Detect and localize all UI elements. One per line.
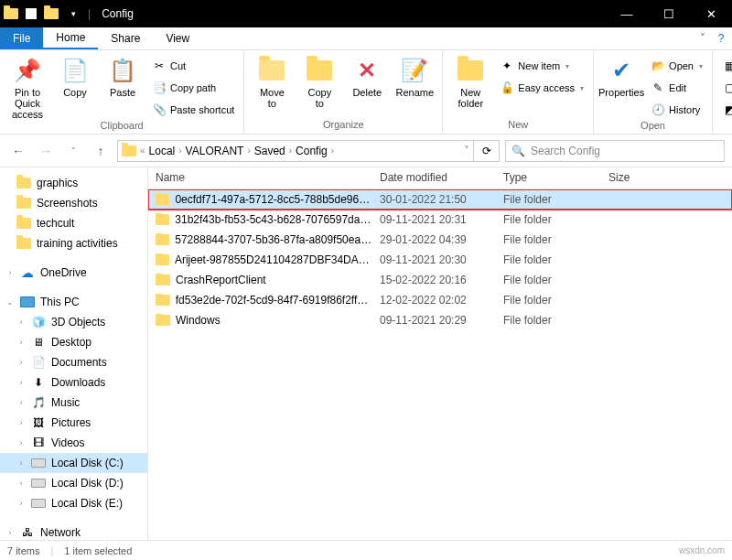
cloud-icon: ☁ [20,265,35,280]
file-row[interactable]: 0ecfdf71-497a-5712-8cc5-788b5de9652...30… [148,189,732,210]
qat-item[interactable] [26,8,37,19]
nav-item[interactable]: Screenshots [0,193,147,213]
col-name[interactable]: Name [148,167,372,188]
edit-button[interactable]: ✎Edit [647,78,706,98]
select-none-button[interactable]: ▢Select none [718,78,732,98]
cut-button[interactable]: ✂Cut [148,56,238,76]
nav-onedrive[interactable]: ›☁OneDrive [0,263,147,283]
nav-item[interactable]: ›🖼Pictures [0,413,147,433]
navigation-pane[interactable]: graphics Screenshots techcult training a… [0,167,148,540]
properties-button[interactable]: ✔Properties [599,52,643,98]
breadcrumb-item[interactable]: VALORANT› [186,145,251,157]
maximize-button[interactable]: ☐ [648,0,690,27]
close-button[interactable]: ✕ [690,0,732,27]
col-size[interactable]: Size [601,167,732,188]
rename-button[interactable]: 📝Rename [393,52,436,98]
forward-button[interactable]: → [35,140,57,162]
nav-item[interactable]: ›⬇Downloads [0,372,147,393]
breadcrumb-item[interactable]: Saved› [254,145,292,157]
group-label: Select [718,120,732,133]
folder-icon [122,145,136,156]
nav-network[interactable]: ›🖧Network [0,522,147,540]
nav-item[interactable]: techcult [0,213,147,233]
up-button[interactable]: ↑ [90,140,112,162]
folder-icon [156,315,170,326]
file-row[interactable]: CrashReportClient15-02-2022 20:16File fo… [148,270,732,290]
drive-icon [31,456,46,470]
paste-button[interactable]: 📋 Paste [101,52,145,98]
open-button[interactable]: 📂Open▾ [647,56,706,76]
copy-button[interactable]: 📄 Copy [53,52,97,98]
recent-button[interactable]: ˅ [62,140,84,162]
group-open: ✔Properties 📂Open▾ ✎Edit 🕘History Open [594,50,713,134]
address-row: ← → ˅ ↑ « Local› VALORANT› Saved› Config… [0,135,732,167]
folder-icon [156,275,170,285]
nav-item[interactable]: ›Local Disk (E:) [0,493,147,513]
tab-share[interactable]: Share [98,27,153,49]
watermark: wsxdn.com [679,545,725,555]
file-row[interactable]: 31b2f43b-fb53-5c43-b628-7076597dabb...09… [148,210,732,230]
move-icon [257,56,286,85]
breadcrumb-item[interactable]: Config› [296,145,334,157]
nav-item[interactable]: ›🧊3D Objects [0,312,147,332]
nav-item[interactable]: ›🖥Desktop [0,332,147,352]
group-label: Open [599,120,706,133]
col-type[interactable]: Type [496,167,601,188]
properties-icon: ✔ [607,56,636,85]
nav-item[interactable]: ›🎵Music [0,393,147,413]
tab-view[interactable]: View [153,27,202,49]
folder-icon [4,6,18,21]
status-selected-count: 1 item selected [64,545,132,556]
copy-to-button[interactable]: Copy to [297,52,341,109]
nav-item[interactable]: ›🎞Videos [0,433,147,453]
column-headers[interactable]: Name Date modified Type Size [148,167,732,189]
minimize-button[interactable]: — [606,0,648,27]
address-dropdown-icon[interactable]: ˅ [464,145,469,157]
file-row[interactable]: Windows09-11-2021 20:29File folder [148,310,732,330]
nav-item[interactable]: ›Local Disk (D:) [0,473,147,493]
qat-dropdown-icon[interactable]: ▾ [66,6,81,21]
copy-path-button[interactable]: 📑Copy path [148,78,238,98]
nav-item[interactable]: graphics [0,173,147,193]
nav-item-selected[interactable]: ›Local Disk (C:) [0,453,147,473]
delete-button[interactable]: ✕Delete [345,52,389,98]
history-button[interactable]: 🕘History [647,100,706,120]
paste-icon: 📋 [108,56,137,85]
nav-this-pc[interactable]: ⌄This PC [0,292,147,312]
address-bar[interactable]: « Local› VALORANT› Saved› Config› ˅ [117,140,474,162]
ribbon: 📌 Pin to Quick access 📄 Copy 📋 Paste ✂Cu… [0,50,732,135]
file-row[interactable]: Arijeet-987855D241104287DBF34DA6F4...09-… [148,250,732,270]
folder-icon [156,214,169,225]
nav-item[interactable]: ›📄Documents [0,352,147,372]
new-folder-button[interactable]: New folder [448,52,492,109]
invert-icon: ◩ [722,102,732,117]
tab-file[interactable]: File [0,27,43,49]
group-label: New [448,119,587,132]
select-none-icon: ▢ [722,81,732,95]
tab-home[interactable]: Home [43,27,98,49]
file-row[interactable]: fd53e2de-702f-5cd9-84f7-6919f86f2ff0-...… [148,290,732,310]
main-area: graphics Screenshots techcult training a… [0,167,732,540]
pin-to-quick-access-button[interactable]: 📌 Pin to Quick access [5,52,49,120]
file-list[interactable]: 0ecfdf71-497a-5712-8cc5-788b5de9652...30… [148,189,732,540]
breadcrumb-item[interactable]: Local› [149,145,182,157]
help-icon[interactable]: ? [710,27,732,49]
new-item-button[interactable]: ✦New item▾ [496,56,587,76]
select-all-button[interactable]: ▦Select all [718,56,732,76]
paste-shortcut-button[interactable]: 📎Paste shortcut [148,100,238,120]
file-list-pane: Name Date modified Type Size 0ecfdf71-49… [148,167,732,540]
invert-selection-button[interactable]: ◩Invert selection [718,100,732,120]
col-date[interactable]: Date modified [372,167,496,188]
open-icon: 📂 [651,59,665,73]
pc-icon [20,295,35,309]
back-button[interactable]: ← [7,140,29,162]
file-row[interactable]: 57288844-3707-5b36-87fa-a809f50ea9b...29… [148,230,732,250]
ribbon-collapse-icon[interactable]: ˅ [695,27,710,49]
refresh-button[interactable]: ⟳ [474,140,500,162]
search-input[interactable]: 🔍 Search Config [505,140,725,162]
group-new: New folder ✦New item▾ 🔓Easy access▾ New [443,50,594,134]
easy-access-button[interactable]: 🔓Easy access▾ [496,78,587,98]
nav-item[interactable]: training activities [0,233,147,253]
move-to-button[interactable]: Move to [250,52,294,109]
status-bar: 7 items | 1 item selected wsxdn.com [0,540,732,560]
